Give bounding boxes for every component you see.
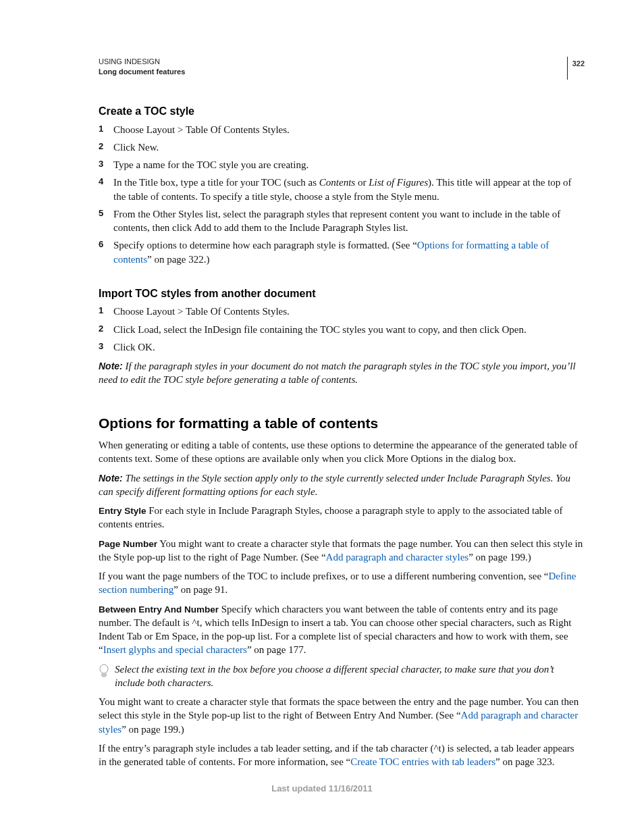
term: Entry Style — [99, 506, 146, 516]
heading-create-toc-style: Create a TOC style — [99, 104, 585, 119]
step: Specify options to determine how each pa… — [99, 238, 585, 266]
char-style-para: You might want to create a character sty… — [99, 695, 585, 736]
link-insert-glyphs[interactable]: Insert glyphs and special characters — [103, 644, 247, 655]
intro-para: When generating or editing a table of co… — [99, 438, 585, 466]
note: Note: If the paragraph styles in your do… — [99, 359, 585, 387]
tab-leader-para: If the entry’s paragraph style includes … — [99, 741, 585, 769]
page-number: 322 — [567, 57, 585, 80]
heading-import-toc: Import TOC styles from another document — [99, 286, 585, 301]
def-between-entry-number: Between Entry And Number Specify which c… — [99, 602, 585, 657]
step: In the Title box, type a title for your … — [99, 176, 585, 203]
step: Choose Layout > Table Of Contents Styles… — [99, 123, 585, 136]
page-number-extra: If you want the page numbers of the TOC … — [99, 569, 585, 597]
def-entry-style: Entry Style For each style in Include Pa… — [99, 504, 585, 531]
step: Click New. — [99, 140, 585, 154]
content: Create a TOC style Choose Layout > Table… — [99, 104, 585, 768]
step: Type a name for the TOC style you are cr… — [99, 158, 585, 172]
steps-create-toc: Choose Layout > Table Of Contents Styles… — [99, 123, 585, 266]
note: Note: The settings in the Style section … — [99, 471, 585, 499]
step: Choose Layout > Table Of Contents Styles… — [99, 305, 585, 318]
term: Page Number — [99, 539, 157, 549]
term: Between Entry And Number — [99, 604, 219, 615]
lightbulb-icon — [99, 664, 109, 682]
page: USING INDESIGN Long document features 32… — [0, 0, 644, 834]
doc-section: Long document features — [99, 68, 185, 76]
tip: Select the existing text in the box befo… — [99, 662, 585, 690]
def-page-number: Page Number You might want to create a c… — [99, 537, 585, 565]
steps-import-toc: Choose Layout > Table Of Contents Styles… — [99, 305, 585, 354]
header-left: USING INDESIGN Long document features — [99, 57, 185, 78]
note-label: Note: — [99, 473, 123, 484]
link-add-paragraph-char-styles[interactable]: Add paragraph and character styles — [326, 552, 469, 563]
tip-text: Select the existing text in the box befo… — [115, 662, 585, 690]
step: Click OK. — [99, 340, 585, 354]
footer-last-updated: Last updated 11/16/2011 — [0, 783, 644, 795]
svg-point-0 — [100, 664, 108, 673]
heading-options-formatting: Options for formatting a table of conten… — [99, 414, 585, 433]
link-create-toc-tab-leaders[interactable]: Create TOC entries with tab leaders — [350, 756, 495, 767]
step: From the Other Styles list, select the p… — [99, 207, 585, 235]
note-label: Note: — [99, 361, 123, 371]
running-header: USING INDESIGN Long document features 32… — [99, 57, 585, 80]
step: Click Load, select the InDesign file con… — [99, 323, 585, 336]
doc-title: USING INDESIGN — [99, 57, 160, 66]
